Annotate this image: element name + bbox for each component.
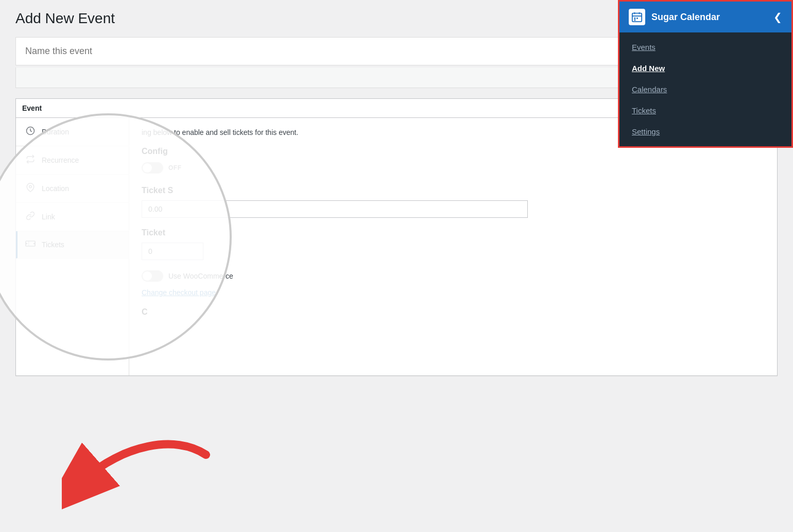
- config-label: Config: [142, 147, 765, 156]
- link-icon: [25, 211, 36, 222]
- svg-rect-11: [634, 20, 636, 21]
- sugar-nav-events[interactable]: Events: [619, 37, 791, 58]
- sugar-calendar-title: Sugar Calendar: [651, 12, 767, 23]
- tab-location[interactable]: Location: [16, 175, 129, 203]
- tab-recurrence-label: Recurrence: [42, 156, 79, 164]
- woocommerce-toggle[interactable]: [142, 270, 163, 282]
- extra-label: C: [142, 307, 765, 317]
- recurrence-icon: [25, 155, 36, 166]
- svg-rect-7: [639, 12, 640, 14]
- location-icon: [25, 183, 36, 194]
- tab-recurrence[interactable]: Recurrence: [16, 146, 129, 175]
- checkout-link-wrapper: Change checkout page: [142, 288, 765, 297]
- sugar-nav-tickets[interactable]: Tickets: [619, 100, 791, 121]
- ticket-sale-section: Ticket S: [142, 186, 765, 218]
- woocommerce-label: Use WooCommerce: [168, 272, 233, 280]
- svg-rect-5: [632, 13, 642, 22]
- tab-location-label: Location: [42, 184, 69, 193]
- toggle-row: OFF: [142, 162, 765, 174]
- ticket-cap-section: Ticket: [142, 228, 765, 260]
- tab-tickets[interactable]: Tickets: [16, 231, 129, 259]
- tabs-sidebar: Duration Recurrence: [16, 118, 129, 375]
- svg-rect-10: [636, 18, 638, 19]
- config-section: Config OFF: [142, 147, 765, 174]
- tab-link[interactable]: Link: [16, 203, 129, 231]
- sugar-calendar-logo: [629, 9, 645, 25]
- sugar-nav-add-new[interactable]: Add New: [619, 58, 791, 79]
- tab-duration-label: Duration: [42, 128, 69, 136]
- ticket-sale-label: Ticket S: [142, 186, 765, 195]
- clock-icon: [25, 126, 36, 138]
- svg-rect-6: [634, 12, 635, 14]
- checkout-page-link[interactable]: Change checkout page: [142, 288, 216, 297]
- ticket-cap-input[interactable]: [142, 243, 203, 260]
- woocommerce-row: Use WooCommerce: [142, 270, 765, 282]
- tab-duration[interactable]: Duration: [16, 118, 129, 146]
- toggle-label: OFF: [168, 164, 182, 171]
- sugar-nav-settings[interactable]: Settings: [619, 121, 791, 142]
- ticket-cap-label: Ticket: [142, 228, 765, 237]
- sugar-calendar-sidebar: Sugar Calendar ❮ Events Add New Calendar…: [618, 0, 793, 148]
- tickets-icon: [25, 239, 36, 250]
- sugar-sidebar-header: Sugar Calendar ❮: [619, 2, 791, 32]
- tab-tickets-label: Tickets: [42, 241, 64, 249]
- tab-link-label: Link: [42, 213, 55, 221]
- ticket-sale-input[interactable]: [142, 200, 528, 218]
- svg-rect-9: [634, 18, 636, 19]
- sugar-nav-calendars[interactable]: Calendars: [619, 79, 791, 100]
- sugar-sidebar-chevron[interactable]: ❮: [773, 11, 782, 23]
- svg-point-1: [29, 185, 32, 188]
- tickets-toggle[interactable]: [142, 162, 163, 174]
- sugar-calendar-nav: Events Add New Calendars Tickets Setting…: [619, 32, 791, 146]
- tab-content-panel: ing below to enable and sell tickets for…: [129, 118, 777, 375]
- red-arrow: [62, 403, 227, 517]
